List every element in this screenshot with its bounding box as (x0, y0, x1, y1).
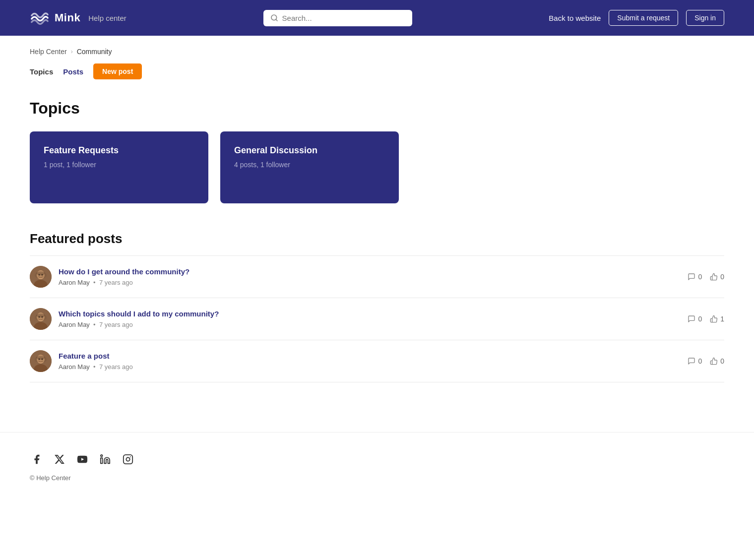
breadcrumb: Help Center › Community (0, 36, 754, 63)
back-to-website-link[interactable]: Back to website (549, 14, 601, 22)
post-meta: Aaron May • 7 years ago (59, 321, 133, 328)
search-icon (270, 14, 278, 22)
header-right: Back to website Submit a request Sign in (549, 10, 724, 26)
post-info: How do I get around the community? Aaron… (59, 267, 681, 287)
list-item: Which topics should I add to my communit… (30, 298, 724, 340)
svg-point-9 (42, 274, 43, 276)
help-center-label: Help center (88, 14, 126, 22)
svg-point-7 (36, 271, 45, 275)
logo-icon (30, 8, 49, 27)
svg-point-23 (36, 356, 45, 360)
svg-point-24 (39, 359, 40, 360)
list-item: How do I get around the community? Aaron… (30, 256, 724, 298)
posts-tab[interactable]: Posts (63, 67, 83, 76)
svg-point-17 (42, 316, 43, 318)
svg-point-29 (101, 455, 103, 457)
post-title-link[interactable]: How do I get around the community? (59, 267, 681, 276)
svg-point-8 (39, 274, 40, 276)
header-left: Mink Help center (30, 8, 126, 27)
sub-nav: Topics Posts New post (0, 63, 754, 89)
topic-card-meta: 4 posts, 1 follower (234, 161, 385, 169)
search-input[interactable] (282, 14, 405, 22)
like-icon (710, 357, 718, 365)
linkedin-icon[interactable] (98, 452, 112, 466)
comment-icon (688, 273, 695, 281)
comment-stat: 0 (688, 273, 702, 281)
post-list: How do I get around the community? Aaron… (30, 256, 724, 382)
avatar (30, 350, 52, 372)
social-icons (30, 452, 724, 466)
like-stat: 1 (710, 315, 724, 323)
svg-point-15 (36, 313, 45, 317)
instagram-icon[interactable] (121, 452, 135, 466)
facebook-icon[interactable] (30, 452, 44, 466)
logo-text: Mink (55, 11, 80, 24)
twitter-x-icon[interactable] (53, 452, 66, 466)
like-stat: 0 (710, 357, 724, 365)
avatar (30, 266, 52, 288)
svg-rect-28 (101, 458, 103, 463)
topics-grid: Feature Requests 1 post, 1 follower Gene… (30, 131, 724, 203)
comment-icon (688, 357, 695, 365)
topics-tab[interactable]: Topics (30, 67, 53, 76)
svg-rect-30 (124, 455, 132, 464)
comment-stat: 0 (688, 315, 702, 323)
avatar (30, 308, 52, 330)
featured-posts-title: Featured posts (30, 231, 724, 247)
topic-card-general-discussion[interactable]: General Discussion 4 posts, 1 follower (220, 131, 399, 203)
like-icon (710, 315, 718, 323)
youtube-icon[interactable] (75, 452, 89, 466)
post-meta: Aaron May • 7 years ago (59, 363, 133, 371)
sign-in-button[interactable]: Sign in (686, 10, 724, 26)
comment-icon (688, 315, 695, 323)
footer: © Help Center (0, 432, 754, 497)
breadcrumb-current: Community (77, 48, 112, 56)
breadcrumb-separator: › (71, 48, 73, 55)
topic-card-title: Feature Requests (44, 145, 194, 156)
breadcrumb-home-link[interactable]: Help Center (30, 48, 67, 56)
svg-point-25 (42, 359, 43, 360)
search-container (263, 10, 412, 26)
post-stats: 0 1 (688, 315, 724, 323)
comment-stat: 0 (688, 357, 702, 365)
list-item: Feature a post Aaron May • 7 years ago 0… (30, 340, 724, 382)
like-stat: 0 (710, 273, 724, 281)
like-icon (710, 273, 718, 281)
svg-point-16 (39, 316, 40, 318)
topics-section-title: Topics (30, 99, 724, 118)
header: Mink Help center Back to website Submit … (0, 0, 754, 36)
topic-card-feature-requests[interactable]: Feature Requests 1 post, 1 follower (30, 131, 208, 203)
post-info: Which topics should I add to my communit… (59, 310, 681, 329)
post-title-link[interactable]: Which topics should I add to my communit… (59, 310, 681, 318)
copyright: © Help Center (30, 474, 724, 482)
post-stats: 0 0 (688, 273, 724, 281)
topic-card-title: General Discussion (234, 145, 385, 156)
post-info: Feature a post Aaron May • 7 years ago (59, 352, 681, 371)
post-meta: Aaron May • 7 years ago (59, 279, 133, 286)
topic-card-meta: 1 post, 1 follower (44, 161, 194, 169)
post-stats: 0 0 (688, 357, 724, 365)
post-title-link[interactable]: Feature a post (59, 352, 681, 360)
submit-request-button[interactable]: Submit a request (609, 10, 678, 26)
svg-line-1 (276, 19, 277, 21)
main-content: Topics Feature Requests 1 post, 1 follow… (0, 89, 754, 412)
new-post-button[interactable]: New post (93, 63, 142, 79)
search-box (263, 10, 412, 26)
